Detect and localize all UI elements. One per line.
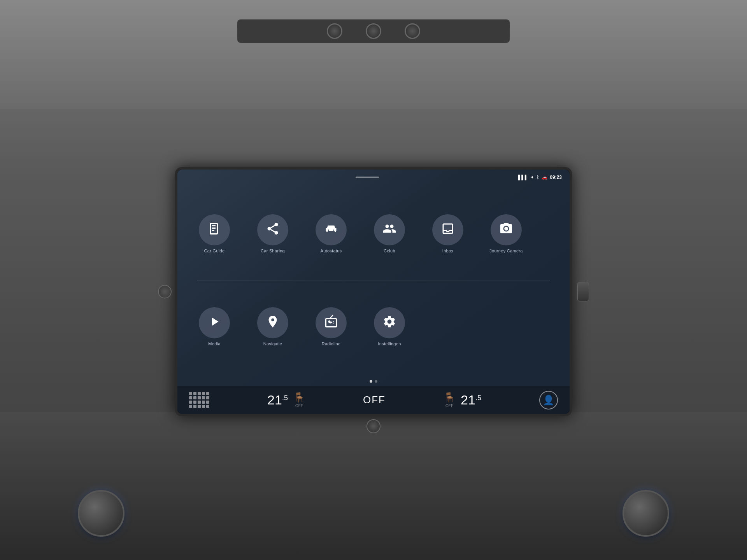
left-button-1[interactable] — [158, 285, 172, 299]
grid-dot — [189, 405, 192, 408]
left-side-buttons — [158, 285, 172, 299]
grid-dot — [202, 396, 205, 399]
temp-right-value: 21 — [461, 392, 475, 408]
app-label-media: Media — [208, 341, 220, 346]
settings-icon — [382, 315, 396, 331]
vent-knob-right[interactable] — [405, 23, 420, 39]
page-dot-2[interactable] — [375, 380, 377, 383]
right-side-handle — [577, 282, 589, 301]
right-climate: 🪑 OFF 21 .5 — [444, 392, 481, 408]
svg-point-5 — [328, 320, 331, 323]
temp-right-display[interactable]: 21 .5 — [461, 392, 481, 408]
svg-point-2 — [275, 231, 278, 234]
screen-bezel: ▌▌▌ ✦ ᛒ 🚗 09:23 Car Guide Car Sharing — [175, 167, 572, 416]
grid-dot — [198, 392, 201, 395]
bottom-physical-controls — [0, 412, 747, 560]
right-control-knob[interactable] — [622, 490, 669, 537]
app-grid: Car Guide Car Sharing Autostatus Cclub I… — [177, 184, 570, 377]
status-time: 09:23 — [550, 175, 562, 180]
page-dot-1[interactable] — [370, 380, 372, 383]
profile-button[interactable]: 👤 — [539, 391, 558, 410]
seat-right-status: OFF — [445, 404, 453, 408]
app-icon-circle-inbox — [432, 214, 463, 245]
seat-right[interactable]: 🪑 OFF — [444, 392, 455, 408]
people-icon — [382, 222, 396, 238]
grid-dot — [189, 392, 192, 395]
car-icon: 🚗 — [542, 175, 547, 180]
grid-dot — [193, 405, 196, 408]
page-dots — [177, 377, 570, 386]
temp-right-decimal: .5 — [475, 394, 481, 402]
app-label-car-guide: Car Guide — [204, 248, 225, 253]
seat-left-icon: 🪑 — [293, 392, 305, 403]
seat-left[interactable]: 🪑 OFF — [293, 392, 305, 408]
temp-left-display[interactable]: 21 .5 — [267, 392, 288, 408]
app-label-car-sharing: Car Sharing — [261, 248, 285, 253]
app-icon-circle-autostatus — [316, 214, 347, 245]
seat-right-icon: 🪑 — [444, 392, 455, 403]
app-icon-circle-car-guide — [199, 214, 230, 245]
wifi-icon: ✦ — [530, 175, 534, 180]
home-button[interactable] — [366, 419, 381, 433]
svg-point-1 — [268, 227, 271, 230]
grid-dot — [193, 392, 196, 395]
app-media[interactable]: Media — [189, 307, 240, 346]
profile-icon-symbol: 👤 — [543, 395, 554, 406]
left-control-knob[interactable] — [78, 490, 124, 537]
app-row-2: Media Navigatie Radioline Instellingen — [189, 280, 558, 373]
app-icon-circle-radioline — [316, 307, 347, 338]
bottom-bar: 21 .5 🪑 OFF OFF 🪑 OFF — [177, 386, 570, 414]
temp-left-decimal: .5 — [282, 394, 288, 402]
seat-left-status: OFF — [295, 404, 303, 408]
top-vent — [237, 19, 510, 43]
play-icon — [207, 315, 221, 331]
app-car-sharing[interactable]: Car Sharing — [247, 214, 298, 253]
app-radioline[interactable]: Radioline — [306, 307, 356, 346]
app-car-guide[interactable]: Car Guide — [189, 214, 240, 253]
grid-dot — [202, 392, 205, 395]
grid-dot — [206, 405, 209, 408]
status-bar: ▌▌▌ ✦ ᛒ 🚗 09:23 — [177, 170, 570, 184]
scroll-indicator — [356, 177, 379, 178]
grid-dot — [189, 401, 192, 404]
app-icon-circle-media — [199, 307, 230, 338]
main-screen: ▌▌▌ ✦ ᛒ 🚗 09:23 Car Guide Car Sharing — [177, 170, 570, 414]
location-icon — [266, 315, 280, 331]
app-icon-circle-cclub — [374, 214, 405, 245]
temp-left-value: 21 — [267, 392, 282, 408]
book-icon — [207, 222, 221, 238]
grid-dot — [206, 401, 209, 404]
grid-dot — [193, 401, 196, 404]
app-navigatie[interactable]: Navigatie — [247, 307, 298, 346]
app-instellingen[interactable]: Instellingen — [364, 307, 415, 346]
grid-dot — [198, 396, 201, 399]
right-handle[interactable] — [577, 282, 589, 301]
vent-knob-left[interactable] — [327, 23, 342, 39]
vent-knob-center[interactable] — [366, 23, 381, 39]
grid-dot — [198, 405, 201, 408]
bluetooth-icon: ᛒ — [537, 175, 539, 180]
inbox-icon — [441, 222, 455, 238]
grid-dot — [206, 396, 209, 399]
app-label-cclub: Cclub — [384, 248, 395, 253]
grid-dot — [206, 392, 209, 395]
app-journey-camera[interactable]: Journey Camera — [481, 214, 531, 253]
apps-grid-icon[interactable] — [189, 392, 209, 408]
dashboard-top — [0, 0, 747, 109]
climate-off-text[interactable]: OFF — [363, 394, 386, 406]
app-cclub[interactable]: Cclub — [364, 214, 415, 253]
grid-dot — [198, 401, 201, 404]
app-row-1: Car Guide Car Sharing Autostatus Cclub I… — [189, 187, 558, 280]
car-dashboard: ▌▌▌ ✦ ᛒ 🚗 09:23 Car Guide Car Sharing — [0, 0, 747, 560]
app-label-inbox: Inbox — [442, 248, 453, 253]
radio-icon — [324, 315, 338, 331]
grid-dot — [202, 405, 205, 408]
app-icon-circle-navigatie — [257, 307, 288, 338]
grid-dot — [193, 396, 196, 399]
share-icon — [266, 222, 280, 238]
app-inbox[interactable]: Inbox — [423, 214, 473, 253]
status-bar-center — [216, 177, 518, 178]
app-icon-circle-car-sharing — [257, 214, 288, 245]
app-autostatus[interactable]: Autostatus — [306, 214, 356, 253]
app-label-instellingen: Instellingen — [378, 341, 401, 346]
